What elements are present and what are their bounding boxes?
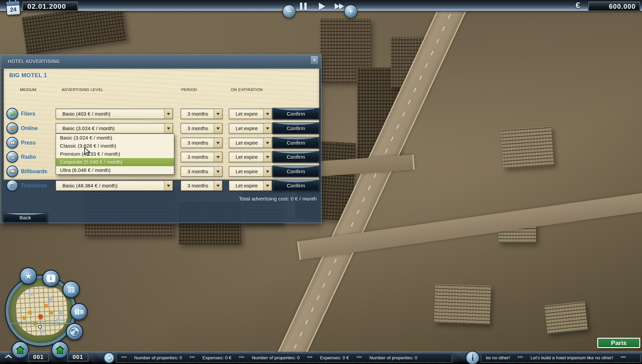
fence-icon xyxy=(73,307,84,317)
dropdown-option[interactable]: Basic (3.024 € / month) xyxy=(56,134,174,142)
city-block xyxy=(545,301,588,334)
dropdown-option[interactable]: Classic (3.628 € / month) xyxy=(56,142,174,150)
chevron-up-icon xyxy=(3,353,13,359)
radio-icon[interactable] xyxy=(6,151,18,163)
date-display: 02.01.2000 xyxy=(23,2,78,11)
dropdown-arrow-icon[interactable] xyxy=(164,181,173,190)
zoom-out-button[interactable]: − xyxy=(282,5,296,18)
favorites-button[interactable]: ★ xyxy=(20,267,37,285)
dropdown-arrow-icon[interactable] xyxy=(164,123,173,133)
hotels-button[interactable] xyxy=(51,341,69,359)
pause-icon xyxy=(300,3,302,10)
period-select[interactable]: 3 months xyxy=(181,109,222,119)
dropdown-arrow-icon[interactable] xyxy=(214,138,222,148)
expiration-select[interactable]: Let expire xyxy=(229,166,272,177)
period-select[interactable]: 3 months xyxy=(181,180,222,191)
fence-button[interactable] xyxy=(70,303,88,321)
dialog-panel: BIG MOTEL 1 MEDIUM ADVERTISING LEVEL PER… xyxy=(3,68,319,180)
confirm-button[interactable]: Confirm xyxy=(272,151,319,163)
level-select[interactable]: Basic (403 € / month) xyxy=(56,109,173,119)
dropdown-arrow-icon[interactable] xyxy=(263,109,272,119)
city-block xyxy=(501,126,554,169)
medium-label: Online xyxy=(21,123,38,133)
expiration-select[interactable]: Let expire xyxy=(229,123,272,133)
expiration-select[interactable]: Let expire xyxy=(229,180,272,191)
city-road xyxy=(297,190,642,260)
green-house-icon xyxy=(14,344,26,355)
confirm-button[interactable]: Confirm xyxy=(272,180,319,191)
dropdown-arrow-icon[interactable] xyxy=(263,181,272,190)
dropdown-option[interactable]: Premium (4.233 € / month) xyxy=(56,150,174,158)
info-icon: i xyxy=(471,353,474,363)
medium-label: Television xyxy=(21,180,47,191)
calendar-icon: 24 xyxy=(6,1,21,16)
confirm-button[interactable]: Confirm xyxy=(272,122,319,134)
online-icon[interactable] xyxy=(6,122,18,134)
chart-icon xyxy=(105,354,113,362)
fliers-icon[interactable] xyxy=(6,108,18,120)
globe-button[interactable] xyxy=(66,323,83,340)
close-button[interactable]: x xyxy=(310,56,318,64)
confirm-button[interactable]: Confirm xyxy=(272,137,319,149)
minimap-position-dot xyxy=(38,325,42,329)
dropdown-arrow-icon[interactable] xyxy=(164,109,173,119)
dropdown-arrow-icon[interactable] xyxy=(263,166,272,176)
medium-label: Press xyxy=(21,138,36,148)
finance-ticker: *** Number of properties: 0 *** Expenses… xyxy=(116,353,452,363)
back-button[interactable]: Back xyxy=(3,213,48,223)
close-icon: x xyxy=(313,57,315,62)
total-cost-label: Total advertising cost: 0 € / month xyxy=(239,196,317,202)
dialog-titlebar[interactable]: HOTEL ADVERTISING x xyxy=(1,55,321,68)
properties-counter: 001 xyxy=(28,353,49,361)
dropdown-arrow-icon[interactable] xyxy=(214,166,222,176)
medium-label: Fliers xyxy=(21,109,35,119)
confirm-button[interactable]: Confirm xyxy=(272,108,319,120)
period-select[interactable]: 3 months xyxy=(181,166,222,177)
period-select[interactable]: 3 months xyxy=(181,152,222,162)
press-icon[interactable] xyxy=(6,137,18,149)
column-header-medium: MEDIUM xyxy=(20,88,36,92)
city-block xyxy=(391,37,426,88)
level-dropdown-list: Basic (3.024 € / month) Classic (3.628 €… xyxy=(56,133,174,175)
fast-forward-button[interactable] xyxy=(335,3,344,9)
expiration-select[interactable]: Let expire xyxy=(229,152,272,162)
dropdown-arrow-icon[interactable] xyxy=(214,109,222,119)
billboards-icon[interactable] xyxy=(6,165,18,177)
dropdown-option-highlighted[interactable]: Corporate (5.040 € / month) xyxy=(56,158,174,166)
pause-button[interactable] xyxy=(300,3,307,10)
play-button[interactable] xyxy=(319,3,325,10)
dialog-title: HOTEL ADVERTISING xyxy=(8,59,60,64)
level-select[interactable]: Basic (48.384 € / month) xyxy=(56,180,173,191)
minimap-selected-cell xyxy=(39,315,42,318)
statistics-button[interactable] xyxy=(103,352,115,364)
dropdown-arrow-icon[interactable] xyxy=(263,123,272,133)
confirm-button[interactable]: Confirm xyxy=(272,165,319,177)
calendar-day: 24 xyxy=(7,5,20,14)
info-button[interactable]: i xyxy=(42,270,60,287)
zoom-in-button[interactable]: + xyxy=(344,5,358,18)
columns-building-button[interactable] xyxy=(62,281,80,298)
ad-row-fliers: Fliers Basic (403 € / month) 3 months Le… xyxy=(4,109,319,121)
dropdown-arrow-icon[interactable] xyxy=(214,123,222,133)
city-block xyxy=(357,67,399,158)
dropdown-arrow-icon[interactable] xyxy=(214,152,222,162)
level-select-open[interactable]: Basic (3.024 € / month) xyxy=(56,123,173,133)
star-icon: ★ xyxy=(24,271,32,281)
plus-icon: + xyxy=(348,7,353,16)
period-select[interactable]: 3 months xyxy=(181,123,222,133)
expiration-select[interactable]: Let expire xyxy=(229,138,272,148)
television-icon[interactable] xyxy=(6,180,18,191)
news-info-button[interactable]: i xyxy=(466,351,480,364)
hotel-advertising-dialog: HOTEL ADVERTISING x BIG MOTEL 1 MEDIUM A… xyxy=(1,55,322,223)
expiration-select[interactable]: Let expire xyxy=(229,109,272,119)
properties-button[interactable] xyxy=(11,341,29,359)
dropdown-arrow-icon[interactable] xyxy=(214,181,222,190)
city-block xyxy=(499,216,536,243)
dropdown-option[interactable]: Ultra (6.048 € / month) xyxy=(56,166,174,174)
period-select[interactable]: 3 months xyxy=(181,138,222,148)
dropdown-arrow-icon[interactable] xyxy=(263,152,272,162)
collapse-panel-button[interactable] xyxy=(3,353,13,359)
medium-label: Billboards xyxy=(21,166,47,177)
dropdown-arrow-icon[interactable] xyxy=(263,138,272,148)
columns-icon xyxy=(66,285,76,294)
